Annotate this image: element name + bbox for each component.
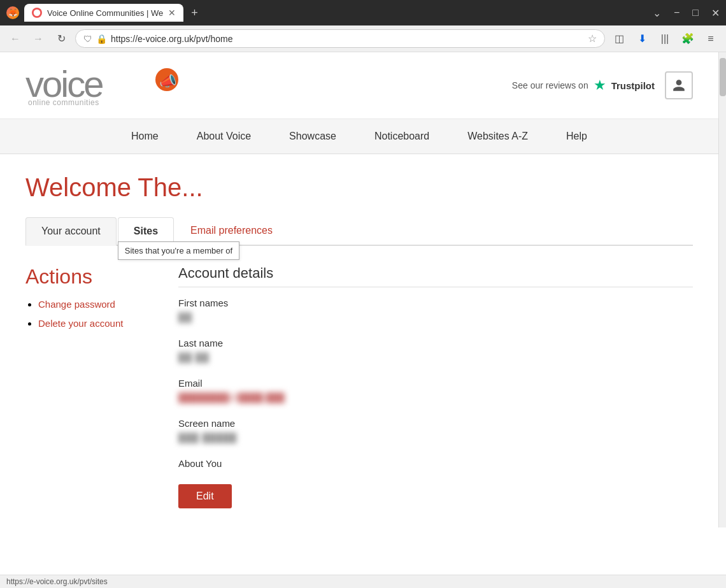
content-area: Actions Change password Delete your acco… <box>25 246 693 508</box>
browser-toolbar-icons: ◫ ⬇ ||| 🧩 ≡ <box>610 30 720 48</box>
extensions-icon[interactable]: 🧩 <box>679 30 697 48</box>
list-item: Change password <box>38 299 153 310</box>
svg-text:online communities: online communities <box>28 98 99 106</box>
pocket-icon[interactable]: ◫ <box>610 30 628 48</box>
field-last-name: Last name ██ ██ <box>178 338 693 362</box>
browser-toolbar: ← → ↻ 🛡 🔒 https://e-voice.org.uk/pvt/hom… <box>0 25 726 52</box>
reload-button[interactable]: ↻ <box>52 30 70 48</box>
lock-icon: 🔒 <box>96 34 107 44</box>
site-nav: Home About Voice Showcase Noticeboard We… <box>0 119 718 154</box>
account-details-title: Account details <box>178 265 693 287</box>
browser-tab[interactable]: Voice Online Communities | We ✕ <box>24 4 183 22</box>
main-content: Welcome The... Your account Sites Sites … <box>0 154 718 527</box>
svg-text:📣: 📣 <box>159 73 177 90</box>
welcome-title: Welcome The... <box>25 173 693 202</box>
last-name-value: ██ ██ <box>178 352 693 362</box>
nav-showcase[interactable]: Showcase <box>270 119 355 154</box>
field-first-names: First names ██ <box>178 298 693 322</box>
svg-point-0 <box>34 10 41 17</box>
trustpilot-star-icon: ★ <box>594 77 606 94</box>
back-button[interactable]: ← <box>6 30 24 48</box>
bookmark-star-icon[interactable]: ☆ <box>588 32 597 45</box>
tab-your-account[interactable]: Your account <box>25 217 117 246</box>
nav-websites-az[interactable]: Websites A-Z <box>448 119 547 154</box>
last-name-label: Last name <box>178 338 693 348</box>
status-bar: https://e-voice.org.uk/pvt/sites <box>0 575 726 588</box>
sites-tooltip: Sites that you're a member of <box>118 241 239 260</box>
browser-content: voice 📣 online communities See our revie… <box>0 52 726 527</box>
change-password-link[interactable]: Change password <box>38 299 115 310</box>
tab-title: Voice Online Communities | We <box>47 8 163 18</box>
list-item: Delete your account <box>38 318 153 329</box>
nav-home[interactable]: Home <box>112 119 178 154</box>
status-url: https://e-voice.org.uk/pvt/sites <box>6 577 108 586</box>
tab-favicon <box>32 8 42 18</box>
forward-button[interactable]: → <box>29 30 47 48</box>
trustpilot-name: Trustpilot <box>611 80 655 91</box>
address-bar[interactable]: 🛡 🔒 https://e-voice.org.uk/pvt/home ☆ <box>75 29 605 48</box>
close-window-button[interactable]: ✕ <box>711 7 720 19</box>
sidebar: Actions Change password Delete your acco… <box>25 265 153 508</box>
tab-close-button[interactable]: ✕ <box>168 8 176 18</box>
about-you-label: About You <box>178 458 693 469</box>
browser-titlebar: 🦊 Voice Online Communities | We ✕ + ⌄ − … <box>0 0 726 25</box>
tab-email-preferences[interactable]: Email preferences <box>175 217 288 245</box>
tab-sites[interactable]: Sites <box>118 217 174 245</box>
minimize-button[interactable]: − <box>674 7 680 19</box>
tab-sites-wrapper: Sites Sites that you're a member of <box>118 217 175 245</box>
firefox-icon: 🦊 <box>6 6 19 19</box>
page-content: voice 📣 online communities See our revie… <box>0 52 718 527</box>
field-screen-name: Screen name ███ █████ <box>178 418 693 443</box>
url-display: https://e-voice.org.uk/pvt/home <box>111 34 584 44</box>
download-icon[interactable]: ⬇ <box>633 30 651 48</box>
site-header: voice 📣 online communities See our revie… <box>0 52 718 119</box>
trustpilot-prefix: See our reviews on <box>512 80 588 90</box>
user-account-button[interactable] <box>665 71 693 99</box>
actions-title: Actions <box>25 265 153 289</box>
scrollbar[interactable] <box>718 52 726 527</box>
first-names-value: ██ <box>178 312 693 322</box>
screen-name-value: ███ █████ <box>178 433 693 443</box>
chevron-icon[interactable]: ⌄ <box>653 7 661 19</box>
edit-button[interactable]: Edit <box>178 484 232 508</box>
new-tab-button[interactable]: + <box>191 6 198 20</box>
nav-noticeboard[interactable]: Noticeboard <box>355 119 448 154</box>
window-controls: ⌄ − □ ✕ <box>653 7 720 19</box>
account-details: Account details First names ██ Last name… <box>178 265 693 508</box>
email-value: ████████@████.███ <box>178 392 693 403</box>
field-email: Email ████████@████.███ <box>178 378 693 403</box>
email-label: Email <box>178 378 693 389</box>
field-about-you: About You <box>178 458 693 469</box>
tabs-container: Your account Sites Sites that you're a m… <box>25 217 693 246</box>
trustpilot-area: See our reviews on ★ Trustpilot <box>512 77 655 94</box>
library-icon[interactable]: ||| <box>656 30 674 48</box>
delete-account-link[interactable]: Delete your account <box>38 318 123 329</box>
site-logo: voice 📣 online communities <box>25 62 204 109</box>
first-names-label: First names <box>178 298 693 308</box>
shield-icon: 🛡 <box>83 34 92 44</box>
nav-about-voice[interactable]: About Voice <box>178 119 270 154</box>
actions-list: Change password Delete your account <box>25 299 153 329</box>
browser-chrome: 🦊 Voice Online Communities | We ✕ + ⌄ − … <box>0 0 726 52</box>
menu-icon[interactable]: ≡ <box>702 30 720 48</box>
scrollbar-thumb[interactable] <box>720 58 726 96</box>
nav-help[interactable]: Help <box>547 119 606 154</box>
maximize-button[interactable]: □ <box>692 7 699 19</box>
logo-image: voice 📣 online communities <box>25 62 204 109</box>
screen-name-label: Screen name <box>178 418 693 429</box>
